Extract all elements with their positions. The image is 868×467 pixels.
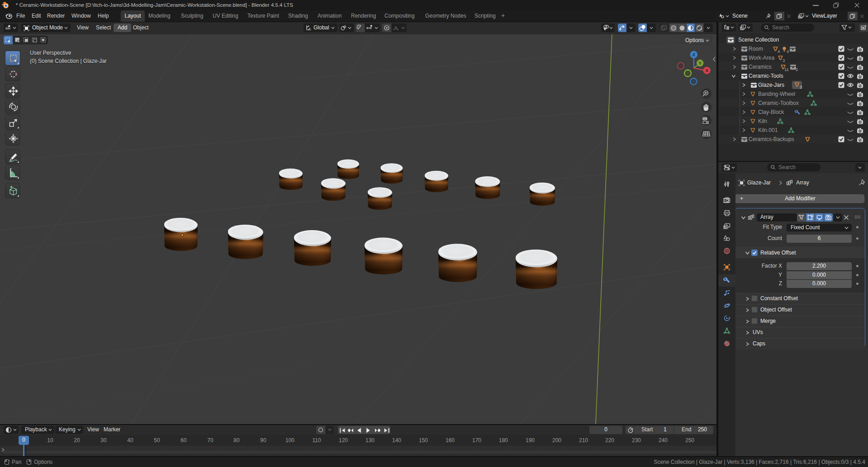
svg-text:X: X bbox=[706, 68, 709, 73]
svg-text:Z: Z bbox=[693, 52, 695, 57]
svg-text:Y: Y bbox=[699, 61, 702, 66]
